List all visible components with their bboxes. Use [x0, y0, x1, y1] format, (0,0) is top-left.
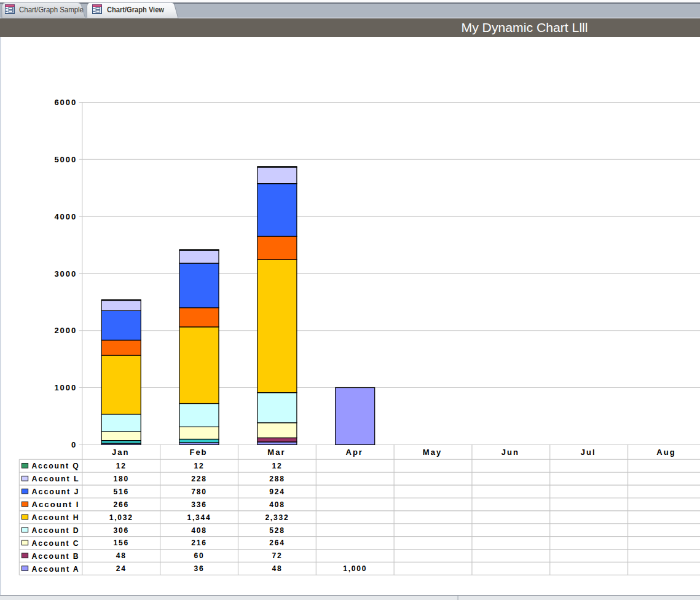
- svg-text:6000: 6000: [54, 98, 77, 107]
- svg-text:May: May: [423, 448, 442, 457]
- svg-text:Jun: Jun: [501, 448, 519, 457]
- svg-text:1000: 1000: [54, 383, 77, 392]
- svg-text:408: 408: [269, 500, 285, 509]
- svg-text:Account B: Account B: [32, 551, 80, 561]
- svg-text:5000: 5000: [54, 155, 77, 164]
- svg-text:36: 36: [194, 564, 205, 573]
- svg-text:Apr: Apr: [346, 448, 363, 457]
- svg-text:780: 780: [191, 488, 206, 496]
- svg-text:516: 516: [113, 488, 128, 496]
- svg-text:72: 72: [272, 551, 282, 560]
- svg-text:306: 306: [113, 526, 128, 535]
- svg-text:12: 12: [194, 462, 205, 470]
- svg-text:Jan: Jan: [112, 448, 129, 457]
- svg-text:48: 48: [272, 564, 282, 573]
- svg-text:180: 180: [113, 475, 128, 483]
- svg-text:Account J: Account J: [32, 487, 80, 496]
- svg-text:Chart/Graph View: Chart/Graph View: [107, 5, 165, 14]
- svg-text:Account I: Account I: [32, 500, 80, 509]
- svg-text:4000: 4000: [54, 212, 77, 221]
- svg-text:My Dynamic Chart Llll: My Dynamic Chart Llll: [462, 21, 588, 34]
- svg-text:288: 288: [269, 475, 285, 483]
- svg-text:Account A: Account A: [32, 564, 80, 574]
- svg-text:266: 266: [113, 500, 128, 509]
- svg-text:3000: 3000: [54, 269, 77, 278]
- svg-text:12: 12: [272, 462, 282, 470]
- svg-text:2,332: 2,332: [265, 513, 289, 522]
- svg-text:408: 408: [191, 526, 206, 535]
- svg-text:336: 336: [191, 500, 206, 509]
- svg-text:2000: 2000: [54, 326, 77, 335]
- svg-text:12: 12: [116, 462, 127, 470]
- svg-text:924: 924: [269, 488, 285, 496]
- svg-text:Account Q: Account Q: [32, 461, 80, 470]
- svg-text:Account C: Account C: [32, 539, 80, 548]
- svg-text:0: 0: [71, 440, 77, 449]
- svg-text:1,032: 1,032: [109, 513, 133, 522]
- svg-text:Mar: Mar: [267, 448, 285, 457]
- svg-text:156: 156: [113, 539, 128, 547]
- svg-text:Aug: Aug: [656, 448, 675, 457]
- svg-text:1,344: 1,344: [187, 513, 211, 522]
- svg-text:48: 48: [116, 551, 127, 560]
- svg-text:Chart/Graph Sample: Chart/Graph Sample: [19, 5, 84, 14]
- svg-text:216: 216: [191, 539, 206, 547]
- svg-text:264: 264: [269, 539, 285, 547]
- svg-text:Account L: Account L: [32, 474, 80, 483]
- svg-text:Feb: Feb: [189, 448, 207, 457]
- svg-text:24: 24: [116, 564, 127, 573]
- svg-text:Account H: Account H: [32, 513, 80, 522]
- svg-text:1,000: 1,000: [343, 564, 367, 573]
- svg-text:Account D: Account D: [32, 526, 80, 535]
- svg-text:Jul: Jul: [581, 448, 596, 457]
- svg-text:60: 60: [194, 551, 205, 560]
- svg-text:228: 228: [191, 475, 206, 483]
- svg-text:528: 528: [269, 526, 285, 535]
